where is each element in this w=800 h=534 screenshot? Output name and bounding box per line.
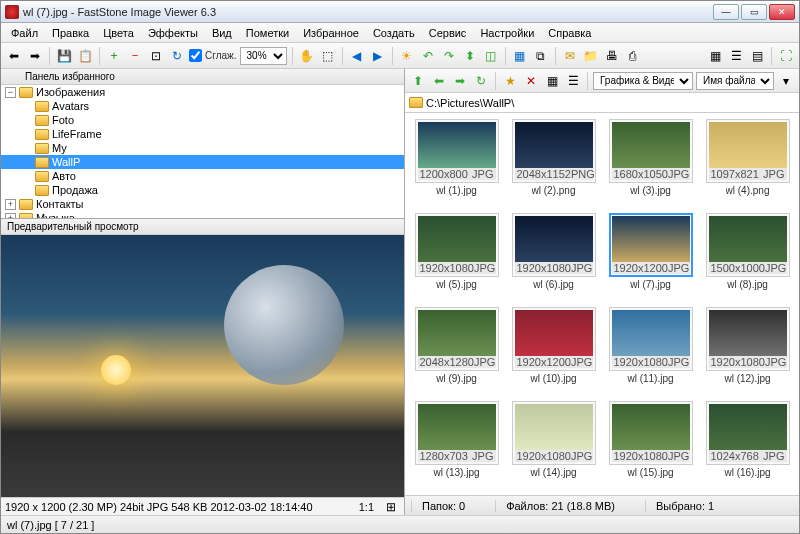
minimize-button[interactable]: — bbox=[713, 4, 739, 20]
thumbnail[interactable]: 1920x1080JPGwl (14).jpg bbox=[508, 401, 599, 489]
thumbnail[interactable]: 1500x1000JPGwl (8).jpg bbox=[702, 213, 793, 301]
nav-back-button[interactable]: ⬅ bbox=[430, 72, 448, 90]
refresh-button[interactable]: ↻ bbox=[168, 47, 186, 65]
nav-refresh-button[interactable]: ↻ bbox=[472, 72, 490, 90]
tree-node-WallP[interactable]: WallP bbox=[1, 155, 404, 169]
menu-Справка[interactable]: Справка bbox=[542, 25, 597, 41]
prev-image-button[interactable]: ◀ bbox=[348, 47, 366, 65]
compare-button[interactable]: ⧉ bbox=[532, 47, 550, 65]
preview-actual-size-icon[interactable]: ⊞ bbox=[382, 498, 400, 516]
thumbnail[interactable]: 1280x703JPGwl (13).jpg bbox=[411, 401, 502, 489]
tree-node-LifeFrame[interactable]: LifeFrame bbox=[1, 127, 404, 141]
sort-combo[interactable]: Имя файла bbox=[696, 72, 774, 90]
list-button[interactable]: ☰ bbox=[564, 72, 582, 90]
thumb-image bbox=[612, 310, 690, 356]
delete-button[interactable]: ✕ bbox=[522, 72, 540, 90]
forward-button[interactable]: ➡ bbox=[26, 47, 44, 65]
preview-zoom-ratio[interactable]: 1:1 bbox=[359, 501, 374, 513]
folder-button[interactable]: 📁 bbox=[582, 47, 600, 65]
favorite-button[interactable]: ★ bbox=[501, 72, 519, 90]
thumbnail[interactable]: 1920x1200JPGwl (7).jpg bbox=[605, 213, 696, 301]
thumbnail[interactable]: 2048x1280JPGwl (9).jpg bbox=[411, 307, 502, 395]
tree-label: My bbox=[52, 142, 67, 154]
menu-Эффекты[interactable]: Эффекты bbox=[142, 25, 204, 41]
select-tool-button[interactable]: ⬚ bbox=[319, 47, 337, 65]
preview-image[interactable] bbox=[1, 235, 404, 497]
zoom-fit-button[interactable]: ⊡ bbox=[147, 47, 165, 65]
tree-node-Музыка[interactable]: +Музыка bbox=[1, 211, 404, 219]
thumb-filename: wl (5).jpg bbox=[436, 279, 477, 290]
thumb-image bbox=[612, 404, 690, 450]
settings-button[interactable]: ☀ bbox=[398, 47, 416, 65]
close-button[interactable]: ✕ bbox=[769, 4, 795, 20]
copy-button[interactable]: 📋 bbox=[76, 47, 94, 65]
thumbnail[interactable]: 1920x1080JPGwl (5).jpg bbox=[411, 213, 502, 301]
crop-button[interactable]: ◫ bbox=[482, 47, 500, 65]
thumbnail[interactable]: 1920x1080JPGwl (15).jpg bbox=[605, 401, 696, 489]
menu-Создать[interactable]: Создать bbox=[367, 25, 421, 41]
menu-Избранное[interactable]: Избранное bbox=[297, 25, 365, 41]
thumbnail[interactable]: 1097x821JPGwl (4).png bbox=[702, 119, 793, 207]
next-image-button[interactable]: ▶ bbox=[369, 47, 387, 65]
maximize-button[interactable]: ▭ bbox=[741, 4, 767, 20]
app-icon bbox=[5, 5, 19, 19]
thumbnail[interactable]: 2048x1152PNGwl (2).png bbox=[508, 119, 599, 207]
thumb-filename: wl (9).jpg bbox=[436, 373, 477, 384]
tree-node-Avatars[interactable]: Avatars bbox=[1, 99, 404, 113]
thumb-format: JPG bbox=[571, 450, 592, 462]
nav-fwd-button[interactable]: ➡ bbox=[451, 72, 469, 90]
view-details-button[interactable]: ▤ bbox=[748, 47, 766, 65]
preview-info: 1920 x 1200 (2.30 MP) 24bit JPG 548 KB 2… bbox=[5, 501, 313, 513]
view-list-button[interactable]: ☰ bbox=[727, 47, 745, 65]
path-text[interactable]: C:\Pictures\WallP\ bbox=[426, 97, 514, 109]
tree-node-Контакты[interactable]: +Контакты bbox=[1, 197, 404, 211]
thumbnail[interactable]: 1920x1080JPGwl (12).jpg bbox=[702, 307, 793, 395]
tree-node-Foto[interactable]: Foto bbox=[1, 113, 404, 127]
menu-Вид[interactable]: Вид bbox=[206, 25, 238, 41]
folder-icon bbox=[35, 101, 49, 112]
thumbnail[interactable]: 1680x1050JPGwl (3).jpg bbox=[605, 119, 696, 207]
menu-Цвета[interactable]: Цвета bbox=[97, 25, 140, 41]
menu-Настройки[interactable]: Настройки bbox=[474, 25, 540, 41]
menu-Правка[interactable]: Правка bbox=[46, 25, 95, 41]
back-button[interactable]: ⬅ bbox=[5, 47, 23, 65]
tree-node-Продажа[interactable]: Продажа bbox=[1, 183, 404, 197]
zoom-combo[interactable]: 30% bbox=[240, 47, 287, 65]
tree-node-Авто[interactable]: Авто bbox=[1, 169, 404, 183]
smooth-checkbox[interactable] bbox=[189, 49, 202, 62]
zoom-in-button[interactable]: ＋ bbox=[105, 47, 123, 65]
thumbnail[interactable]: 1024x768JPGwl (16).jpg bbox=[702, 401, 793, 489]
tree-node-My[interactable]: My bbox=[1, 141, 404, 155]
folder-tree[interactable]: Панель избранного −ИзображенияAvatarsFot… bbox=[1, 69, 404, 219]
menu-Пометки[interactable]: Пометки bbox=[240, 25, 295, 41]
filter-combo[interactable]: Графика & Видео bbox=[593, 72, 693, 90]
thumbnail[interactable]: 1200x800JPGwl (1).jpg bbox=[411, 119, 502, 207]
footer-counter: wl (7).jpg [ 7 / 21 ] bbox=[7, 519, 94, 531]
tree-toggle-icon[interactable]: − bbox=[5, 87, 16, 98]
sort-dir-button[interactable]: ▾ bbox=[777, 72, 795, 90]
rotate-left-button[interactable]: ↶ bbox=[419, 47, 437, 65]
menu-Сервис[interactable]: Сервис bbox=[423, 25, 473, 41]
tree-node-Изображения[interactable]: −Изображения bbox=[1, 85, 404, 99]
menu-Файл[interactable]: Файл bbox=[5, 25, 44, 41]
grid-button[interactable]: ▦ bbox=[543, 72, 561, 90]
fullscreen-button[interactable]: ⛶ bbox=[777, 47, 795, 65]
slideshow-button[interactable]: ▦ bbox=[511, 47, 529, 65]
scan-button[interactable]: ⎙ bbox=[624, 47, 642, 65]
tree-toggle-icon[interactable]: + bbox=[5, 199, 16, 210]
view-thumbs-button[interactable]: ▦ bbox=[706, 47, 724, 65]
thumb-filename: wl (11).jpg bbox=[627, 373, 673, 384]
thumbnail[interactable]: 1920x1080JPGwl (6).jpg bbox=[508, 213, 599, 301]
thumbnail[interactable]: 1920x1080JPGwl (11).jpg bbox=[605, 307, 696, 395]
zoom-out-button[interactable]: － bbox=[126, 47, 144, 65]
print-button[interactable]: 🖶 bbox=[603, 47, 621, 65]
save-button[interactable]: 💾 bbox=[55, 47, 73, 65]
hand-tool-button[interactable]: ✋ bbox=[298, 47, 316, 65]
resize-button[interactable]: ⬍ bbox=[461, 47, 479, 65]
thumb-dimensions: 1200x800 bbox=[420, 168, 468, 180]
email-button[interactable]: ✉ bbox=[561, 47, 579, 65]
rotate-right-button[interactable]: ↷ bbox=[440, 47, 458, 65]
thumb-format: JPG bbox=[668, 262, 689, 274]
thumbnail[interactable]: 1920x1200JPGwl (10).jpg bbox=[508, 307, 599, 395]
nav-up-button[interactable]: ⬆ bbox=[409, 72, 427, 90]
